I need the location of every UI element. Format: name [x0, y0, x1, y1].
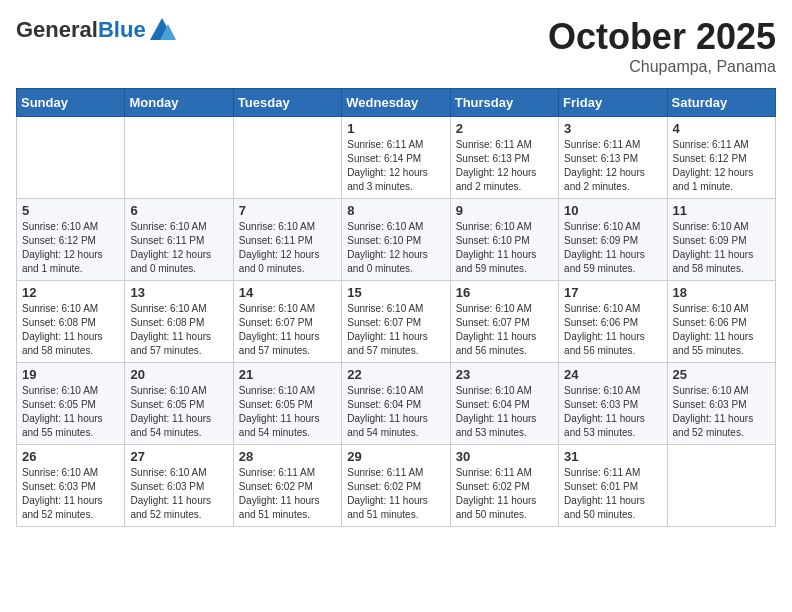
calendar-cell: 9Sunrise: 6:10 AM Sunset: 6:10 PM Daylig… — [450, 199, 558, 281]
day-number: 4 — [673, 121, 770, 136]
calendar-cell: 24Sunrise: 6:10 AM Sunset: 6:03 PM Dayli… — [559, 363, 667, 445]
calendar-cell: 18Sunrise: 6:10 AM Sunset: 6:06 PM Dayli… — [667, 281, 775, 363]
day-info: Sunrise: 6:11 AM Sunset: 6:01 PM Dayligh… — [564, 466, 661, 522]
day-number: 25 — [673, 367, 770, 382]
calendar-week-row: 5Sunrise: 6:10 AM Sunset: 6:12 PM Daylig… — [17, 199, 776, 281]
day-number: 28 — [239, 449, 336, 464]
logo-blue: Blue — [98, 17, 146, 42]
day-number: 13 — [130, 285, 227, 300]
calendar-cell: 6Sunrise: 6:10 AM Sunset: 6:11 PM Daylig… — [125, 199, 233, 281]
day-info: Sunrise: 6:10 AM Sunset: 6:03 PM Dayligh… — [673, 384, 770, 440]
calendar-cell — [233, 117, 341, 199]
calendar-cell: 10Sunrise: 6:10 AM Sunset: 6:09 PM Dayli… — [559, 199, 667, 281]
calendar-week-row: 26Sunrise: 6:10 AM Sunset: 6:03 PM Dayli… — [17, 445, 776, 527]
logo-icon — [148, 16, 176, 44]
calendar-cell — [17, 117, 125, 199]
calendar-cell — [667, 445, 775, 527]
day-number: 9 — [456, 203, 553, 218]
day-number: 22 — [347, 367, 444, 382]
day-number: 2 — [456, 121, 553, 136]
calendar-cell: 4Sunrise: 6:11 AM Sunset: 6:12 PM Daylig… — [667, 117, 775, 199]
calendar-cell: 21Sunrise: 6:10 AM Sunset: 6:05 PM Dayli… — [233, 363, 341, 445]
calendar-cell: 19Sunrise: 6:10 AM Sunset: 6:05 PM Dayli… — [17, 363, 125, 445]
calendar-cell: 12Sunrise: 6:10 AM Sunset: 6:08 PM Dayli… — [17, 281, 125, 363]
day-info: Sunrise: 6:10 AM Sunset: 6:08 PM Dayligh… — [22, 302, 119, 358]
calendar-cell: 20Sunrise: 6:10 AM Sunset: 6:05 PM Dayli… — [125, 363, 233, 445]
month-title: October 2025 — [548, 16, 776, 58]
weekday-header-monday: Monday — [125, 89, 233, 117]
day-number: 10 — [564, 203, 661, 218]
day-info: Sunrise: 6:10 AM Sunset: 6:04 PM Dayligh… — [347, 384, 444, 440]
weekday-header-friday: Friday — [559, 89, 667, 117]
day-number: 11 — [673, 203, 770, 218]
calendar-cell: 3Sunrise: 6:11 AM Sunset: 6:13 PM Daylig… — [559, 117, 667, 199]
calendar-cell: 11Sunrise: 6:10 AM Sunset: 6:09 PM Dayli… — [667, 199, 775, 281]
day-number: 26 — [22, 449, 119, 464]
day-info: Sunrise: 6:11 AM Sunset: 6:02 PM Dayligh… — [347, 466, 444, 522]
day-info: Sunrise: 6:10 AM Sunset: 6:10 PM Dayligh… — [456, 220, 553, 276]
day-info: Sunrise: 6:10 AM Sunset: 6:08 PM Dayligh… — [130, 302, 227, 358]
day-number: 1 — [347, 121, 444, 136]
calendar-cell: 29Sunrise: 6:11 AM Sunset: 6:02 PM Dayli… — [342, 445, 450, 527]
day-number: 7 — [239, 203, 336, 218]
day-info: Sunrise: 6:11 AM Sunset: 6:13 PM Dayligh… — [564, 138, 661, 194]
calendar-cell: 26Sunrise: 6:10 AM Sunset: 6:03 PM Dayli… — [17, 445, 125, 527]
calendar-cell: 17Sunrise: 6:10 AM Sunset: 6:06 PM Dayli… — [559, 281, 667, 363]
day-info: Sunrise: 6:10 AM Sunset: 6:05 PM Dayligh… — [130, 384, 227, 440]
day-info: Sunrise: 6:11 AM Sunset: 6:02 PM Dayligh… — [239, 466, 336, 522]
day-info: Sunrise: 6:10 AM Sunset: 6:11 PM Dayligh… — [239, 220, 336, 276]
day-info: Sunrise: 6:10 AM Sunset: 6:09 PM Dayligh… — [673, 220, 770, 276]
calendar-cell: 15Sunrise: 6:10 AM Sunset: 6:07 PM Dayli… — [342, 281, 450, 363]
day-number: 21 — [239, 367, 336, 382]
day-info: Sunrise: 6:10 AM Sunset: 6:03 PM Dayligh… — [22, 466, 119, 522]
calendar-cell: 23Sunrise: 6:10 AM Sunset: 6:04 PM Dayli… — [450, 363, 558, 445]
day-info: Sunrise: 6:10 AM Sunset: 6:07 PM Dayligh… — [239, 302, 336, 358]
weekday-header-thursday: Thursday — [450, 89, 558, 117]
day-info: Sunrise: 6:10 AM Sunset: 6:03 PM Dayligh… — [564, 384, 661, 440]
calendar-cell: 30Sunrise: 6:11 AM Sunset: 6:02 PM Dayli… — [450, 445, 558, 527]
logo: GeneralBlue — [16, 16, 176, 44]
day-info: Sunrise: 6:10 AM Sunset: 6:12 PM Dayligh… — [22, 220, 119, 276]
calendar-cell: 27Sunrise: 6:10 AM Sunset: 6:03 PM Dayli… — [125, 445, 233, 527]
calendar-week-row: 19Sunrise: 6:10 AM Sunset: 6:05 PM Dayli… — [17, 363, 776, 445]
day-info: Sunrise: 6:10 AM Sunset: 6:03 PM Dayligh… — [130, 466, 227, 522]
calendar-cell: 5Sunrise: 6:10 AM Sunset: 6:12 PM Daylig… — [17, 199, 125, 281]
calendar-cell — [125, 117, 233, 199]
day-info: Sunrise: 6:10 AM Sunset: 6:07 PM Dayligh… — [347, 302, 444, 358]
day-info: Sunrise: 6:11 AM Sunset: 6:02 PM Dayligh… — [456, 466, 553, 522]
day-info: Sunrise: 6:10 AM Sunset: 6:05 PM Dayligh… — [239, 384, 336, 440]
header: GeneralBlue October 2025 Chupampa, Panam… — [16, 16, 776, 76]
day-number: 15 — [347, 285, 444, 300]
calendar-cell: 16Sunrise: 6:10 AM Sunset: 6:07 PM Dayli… — [450, 281, 558, 363]
logo-text: GeneralBlue — [16, 16, 176, 44]
weekday-header-tuesday: Tuesday — [233, 89, 341, 117]
day-number: 12 — [22, 285, 119, 300]
day-info: Sunrise: 6:10 AM Sunset: 6:10 PM Dayligh… — [347, 220, 444, 276]
calendar-table: SundayMondayTuesdayWednesdayThursdayFrid… — [16, 88, 776, 527]
calendar-cell: 31Sunrise: 6:11 AM Sunset: 6:01 PM Dayli… — [559, 445, 667, 527]
calendar-cell: 25Sunrise: 6:10 AM Sunset: 6:03 PM Dayli… — [667, 363, 775, 445]
day-number: 31 — [564, 449, 661, 464]
day-number: 23 — [456, 367, 553, 382]
calendar-cell: 2Sunrise: 6:11 AM Sunset: 6:13 PM Daylig… — [450, 117, 558, 199]
day-info: Sunrise: 6:10 AM Sunset: 6:05 PM Dayligh… — [22, 384, 119, 440]
day-number: 18 — [673, 285, 770, 300]
calendar-cell: 14Sunrise: 6:10 AM Sunset: 6:07 PM Dayli… — [233, 281, 341, 363]
day-info: Sunrise: 6:10 AM Sunset: 6:04 PM Dayligh… — [456, 384, 553, 440]
day-number: 19 — [22, 367, 119, 382]
calendar-cell: 1Sunrise: 6:11 AM Sunset: 6:14 PM Daylig… — [342, 117, 450, 199]
calendar-cell: 28Sunrise: 6:11 AM Sunset: 6:02 PM Dayli… — [233, 445, 341, 527]
day-info: Sunrise: 6:10 AM Sunset: 6:07 PM Dayligh… — [456, 302, 553, 358]
day-number: 30 — [456, 449, 553, 464]
location: Chupampa, Panama — [548, 58, 776, 76]
day-number: 14 — [239, 285, 336, 300]
calendar-week-row: 1Sunrise: 6:11 AM Sunset: 6:14 PM Daylig… — [17, 117, 776, 199]
day-number: 6 — [130, 203, 227, 218]
day-info: Sunrise: 6:10 AM Sunset: 6:11 PM Dayligh… — [130, 220, 227, 276]
day-info: Sunrise: 6:10 AM Sunset: 6:06 PM Dayligh… — [673, 302, 770, 358]
title-block: October 2025 Chupampa, Panama — [548, 16, 776, 76]
weekday-row: SundayMondayTuesdayWednesdayThursdayFrid… — [17, 89, 776, 117]
day-number: 24 — [564, 367, 661, 382]
logo-general: General — [16, 17, 98, 42]
day-number: 5 — [22, 203, 119, 218]
